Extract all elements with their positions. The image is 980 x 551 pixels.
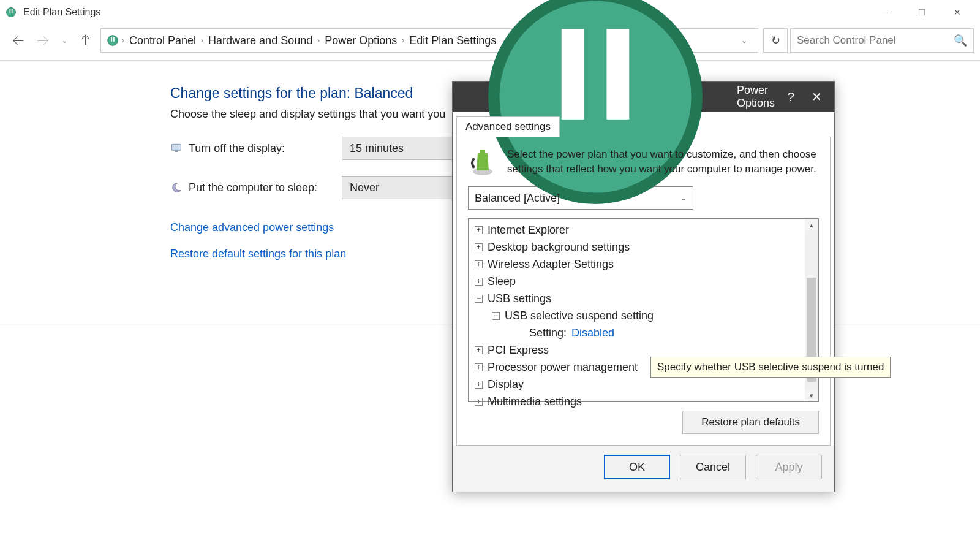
power-plan-selected: Balanced [Active]	[475, 192, 560, 205]
breadcrumb-sep: ›	[399, 36, 407, 45]
scroll-up-arrow[interactable]: ▴	[810, 219, 813, 231]
tree-node[interactable]: +Sleep	[475, 273, 818, 290]
tree-node-label: Multimedia settings	[488, 395, 582, 408]
power-plan-icon	[5, 6, 17, 18]
heading-plan-name: Balanced	[354, 85, 413, 101]
expand-icon[interactable]: +	[475, 363, 483, 371]
svg-rect-6	[172, 144, 181, 150]
moon-icon	[170, 181, 183, 194]
svg-rect-7	[175, 151, 178, 152]
tree-node-label: Setting:	[529, 327, 567, 340]
collapse-icon[interactable]: −	[492, 312, 500, 320]
dialog-title: Power Options	[737, 84, 775, 110]
setting-value: 15 minutes	[350, 142, 404, 155]
dialog-button-row: OK Cancel Apply	[453, 446, 834, 492]
cancel-button[interactable]: Cancel	[680, 455, 746, 479]
expand-icon[interactable]: +	[475, 346, 483, 354]
breadcrumb-sep: ›	[315, 36, 322, 45]
tree-node[interactable]: Setting: Disabled	[475, 324, 818, 341]
breadcrumb-sep: ›	[119, 36, 127, 45]
tree-node-label: Display	[488, 378, 524, 391]
expand-icon[interactable]: +	[475, 226, 483, 234]
tree-node[interactable]: −USB selective suspend setting	[475, 307, 818, 324]
restore-plan-defaults-button[interactable]: Restore plan defaults	[682, 411, 819, 434]
setting-label: Put the computer to sleep:	[170, 181, 342, 194]
expand-icon[interactable]: +	[475, 278, 483, 286]
tree-node[interactable]: −USB settings	[475, 290, 818, 307]
address-dropdown[interactable]: ⌄	[736, 36, 753, 45]
tree-node[interactable]: +Wireless Adapter Settings	[475, 256, 818, 273]
tree-node-label: USB selective suspend setting	[505, 310, 654, 322]
search-input[interactable]	[797, 34, 954, 47]
tree-node-label: Wireless Adapter Settings	[488, 258, 614, 271]
battery-icon	[468, 147, 497, 177]
dialog-close-button[interactable]: ✕	[807, 83, 827, 110]
expand-icon[interactable]: +	[475, 381, 483, 389]
window-maximize-button[interactable]: ☐	[904, 1, 940, 23]
back-button[interactable]: 🡠	[6, 28, 31, 53]
dialog-description: Select the power plan that you want to c…	[468, 147, 819, 177]
expand-icon[interactable]: +	[475, 243, 483, 251]
tree-node-value[interactable]: Disabled	[571, 327, 614, 340]
svg-rect-9	[562, 29, 584, 119]
tree-node[interactable]: +PCI Express	[475, 341, 818, 359]
breadcrumb-sep: ›	[198, 36, 206, 45]
svg-rect-10	[606, 29, 629, 119]
tree-list: +Internet Explorer+Desktop background se…	[469, 219, 818, 410]
refresh-button[interactable]: ↻	[763, 28, 788, 53]
tree-node-label: Sleep	[488, 275, 516, 288]
tree-node-label: USB settings	[488, 292, 551, 305]
tree-node[interactable]: +Multimedia settings	[475, 393, 818, 410]
tree-node-label: PCI Express	[488, 344, 549, 357]
setting-label-text: Put the computer to sleep:	[189, 181, 317, 194]
svg-rect-1	[10, 9, 11, 13]
setting-value: Never	[350, 181, 379, 194]
dialog-titlebar[interactable]: Power Options ? ✕	[453, 82, 834, 112]
chevron-down-icon: ⌄	[680, 194, 687, 202]
window-minimize-button[interactable]: —	[869, 1, 904, 23]
breadcrumb-item[interactable]: Control Panel	[127, 34, 198, 47]
tree-node-label: Processor power management	[488, 361, 638, 374]
expand-icon[interactable]: +	[475, 398, 483, 406]
search-icon[interactable]: 🔍	[954, 34, 967, 47]
tree-node[interactable]: +Display	[475, 376, 818, 393]
svg-point-3	[108, 36, 118, 46]
heading-prefix: Change settings for the plan:	[170, 85, 354, 101]
tree-node[interactable]: +Internet Explorer	[475, 221, 818, 238]
ok-button[interactable]: OK	[604, 455, 670, 479]
tree-node[interactable]: +Desktop background settings	[475, 238, 818, 256]
monitor-icon	[170, 142, 183, 154]
scroll-down-arrow[interactable]: ▾	[810, 389, 813, 401]
apply-button[interactable]: Apply	[756, 455, 822, 479]
forward-button[interactable]: 🡢	[31, 28, 55, 53]
tree-node-label: Desktop background settings	[488, 241, 630, 254]
tooltip: Specify whether USB selective suspend is…	[650, 357, 891, 378]
dialog-help-button[interactable]: ?	[781, 83, 801, 110]
breadcrumb-item[interactable]: Power Options	[322, 34, 399, 47]
svg-rect-12	[480, 150, 485, 153]
svg-point-0	[7, 8, 16, 17]
setting-label-text: Turn off the display:	[189, 142, 285, 155]
dialog-description-text: Select the power plan that you want to c…	[507, 147, 819, 177]
tree-node-label: Internet Explorer	[488, 224, 569, 237]
recent-locations-dropdown[interactable]: ⌄	[55, 37, 74, 44]
svg-rect-5	[113, 37, 115, 42]
tab-advanced-settings[interactable]: Advanced settings	[456, 116, 560, 137]
power-plan-icon	[106, 34, 119, 47]
search-box[interactable]: 🔍	[790, 28, 974, 53]
window-title: Edit Plan Settings	[23, 7, 869, 18]
up-button[interactable]: 🡡	[74, 28, 98, 53]
svg-rect-4	[111, 37, 112, 42]
setting-label: Turn off the display:	[170, 142, 342, 155]
svg-rect-2	[12, 9, 13, 13]
expand-icon[interactable]: +	[475, 260, 483, 268]
power-options-dialog: Power Options ? ✕ Advanced settings Sele…	[452, 81, 835, 492]
breadcrumb-item[interactable]: Hardware and Sound	[206, 34, 315, 47]
collapse-icon[interactable]: −	[475, 295, 483, 303]
window-close-button[interactable]: ✕	[940, 1, 975, 23]
